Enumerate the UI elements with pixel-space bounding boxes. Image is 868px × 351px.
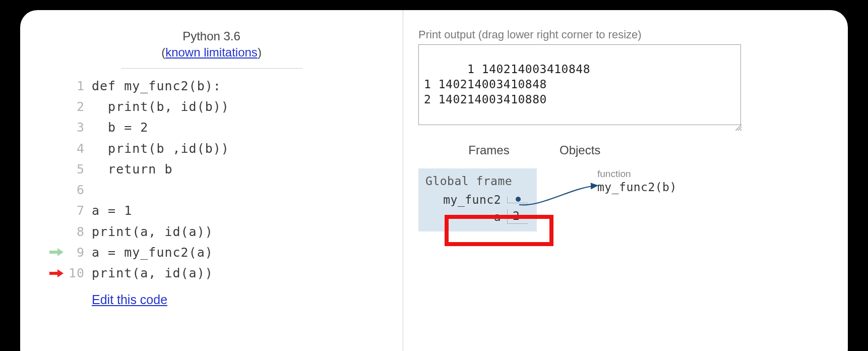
frames-header: Frames: [418, 143, 560, 157]
code-text: print(a, id(a)): [92, 263, 213, 283]
language-header: Python 3.6 (known limitations): [121, 28, 302, 69]
code-text: print(a, id(a)): [92, 221, 213, 242]
prev-line-arrow-icon: [48, 247, 64, 257]
object-repr: my_func2(b): [597, 181, 677, 194]
pointer-arrow: [517, 185, 602, 215]
code-line: 8print(a, id(a)): [40, 221, 383, 242]
code-text: print(b, id(b)): [92, 96, 229, 117]
output-pane: Print output (drag lower right corner to…: [403, 10, 848, 351]
code-line: 6: [40, 180, 383, 200]
svg-line-2: [740, 130, 741, 131]
variable-name: a: [441, 210, 507, 223]
code-line: 2 print(b, id(b)): [40, 96, 383, 117]
code-text: print(b ,id(b)): [92, 138, 229, 159]
output-label: Print output (drag lower right corner to…: [418, 28, 828, 41]
line-number: 1: [64, 76, 85, 96]
variable-name: my_func2: [441, 193, 507, 206]
code-text: return b: [92, 159, 173, 180]
code-line: 4 print(b ,id(b)): [40, 138, 383, 159]
code-text: b = 2: [92, 117, 148, 138]
code-line: 1def my_func2(b):: [40, 76, 383, 96]
known-limitations-link[interactable]: known limitations: [165, 45, 258, 59]
object-type-label: function: [597, 168, 677, 180]
code-line: 7a = 1: [40, 200, 383, 221]
line-number: 8: [64, 221, 85, 242]
edit-code-area: Edit this code: [92, 292, 383, 307]
print-output[interactable]: 1 140214003410848 1 140214003410848 2 14…: [418, 44, 741, 125]
line-number: 9: [64, 242, 85, 263]
current-line-arrow-icon: [48, 268, 64, 278]
language-name: Python 3.6: [182, 29, 240, 43]
code-listing: 1def my_func2(b):2 print(b, id(b))3 b = …: [40, 76, 383, 284]
viz-headers: Frames Objects: [418, 143, 828, 157]
code-line: 5 return b: [40, 159, 383, 180]
line-number: 3: [64, 117, 85, 138]
visualizer-card: Python 3.6 (known limitations) 1def my_f…: [20, 10, 848, 351]
code-line: 9a = my_func2(a): [40, 242, 383, 263]
edit-code-link[interactable]: Edit this code: [92, 292, 167, 307]
objects-header: Objects: [560, 143, 660, 157]
line-number: 4: [64, 138, 85, 159]
code-text: a = my_func2(a): [92, 242, 213, 263]
code-text: def my_func2(b):: [92, 76, 221, 96]
code-line: 10print(a, id(a)): [40, 263, 383, 283]
objects-column: function my_func2(b): [597, 168, 677, 231]
viz-body: Global frame my_func2a2 function my_func…: [418, 168, 828, 231]
line-number: 6: [64, 180, 85, 200]
resize-grip-icon[interactable]: [734, 124, 741, 131]
code-pane: Python 3.6 (known limitations) 1def my_f…: [20, 10, 403, 351]
line-number: 10: [64, 263, 85, 283]
line-number: 2: [64, 96, 85, 117]
line-number: 7: [64, 200, 85, 221]
line-number: 5: [64, 159, 85, 180]
code-line: 3 b = 2: [40, 117, 383, 138]
code-text: a = 1: [92, 200, 132, 221]
